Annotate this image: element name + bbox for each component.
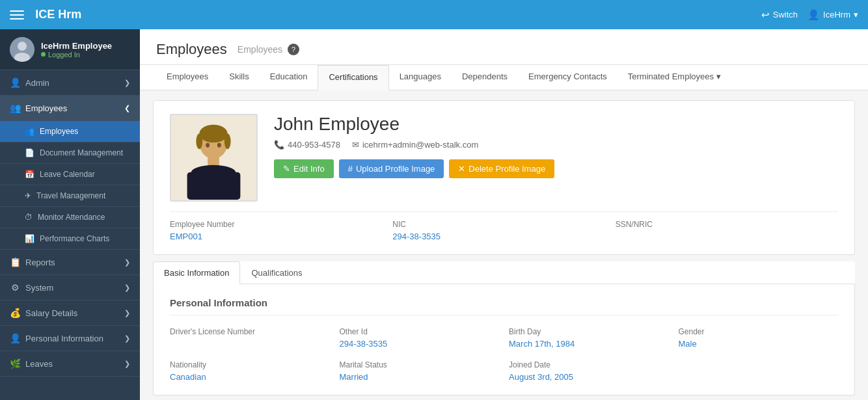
sidebar-submenu-leave-calendar[interactable]: 📅 Leave Calendar bbox=[0, 164, 140, 185]
sidebar-item-personal-information[interactable]: 👤 Personal Information ❯ bbox=[0, 326, 140, 351]
email-contact: ✉ icehrm+admin@web-stalk.com bbox=[352, 140, 478, 150]
profile-info: John Employee 📞 440-953-4578 ✉ icehrm+ad… bbox=[274, 114, 554, 178]
attendance-icon: ⏱ bbox=[25, 213, 33, 222]
sidebar-submenu-monitor-attendance[interactable]: ⏱ Monitor Attendance bbox=[0, 207, 140, 228]
employee-name: John Employee bbox=[274, 114, 554, 135]
svg-point-6 bbox=[196, 134, 202, 150]
tab-certifications[interactable]: Certifications bbox=[318, 65, 388, 90]
sidebar-item-reports[interactable]: 📋 Reports ❯ bbox=[0, 250, 140, 275]
user-menu[interactable]: 👤 IceHrm ▾ bbox=[807, 9, 858, 21]
tab-skills[interactable]: Skills bbox=[219, 65, 259, 90]
svg-point-11 bbox=[206, 143, 210, 148]
breadcrumb[interactable]: Employees bbox=[237, 44, 282, 55]
other-id-field: Other Id 294-38-3535 bbox=[340, 327, 500, 349]
hamburger-menu[interactable] bbox=[10, 10, 24, 20]
calendar-icon: 📅 bbox=[25, 170, 34, 179]
sidebar-user-info: IceHrm Employee Logged In bbox=[41, 41, 112, 59]
sidebar-submenu-document-management[interactable]: 📄 Document Management bbox=[0, 142, 140, 164]
profile-section: John Employee 📞 440-953-4578 ✉ icehrm+ad… bbox=[153, 100, 855, 255]
admin-icon: 👤 bbox=[10, 77, 20, 88]
upload-profile-image-button[interactable]: # Upload Profile Image bbox=[339, 159, 444, 178]
sub-tab-basic-information[interactable]: Basic Information bbox=[153, 261, 240, 284]
sidebar-item-salary-details[interactable]: 💰 Salary Details ❯ bbox=[0, 300, 140, 326]
chevron-icon: ❯ bbox=[124, 309, 130, 317]
personal-info-heading: Personal Information bbox=[170, 297, 838, 315]
status-dot bbox=[41, 52, 46, 57]
button-actions: ✎ Edit Info # Upload Profile Image ✕ Del… bbox=[274, 159, 554, 178]
system-icon: ⚙ bbox=[10, 282, 20, 293]
ssn-field: SSN/NRIC bbox=[616, 220, 838, 241]
tab-education[interactable]: Education bbox=[260, 65, 318, 90]
profile-contact: 📞 440-953-4578 ✉ icehrm+admin@web-stalk.… bbox=[274, 140, 554, 150]
personal-info-grid: Driver's License Number Other Id 294-38-… bbox=[170, 327, 838, 382]
help-icon[interactable]: ? bbox=[288, 44, 299, 55]
dropdown-icon: ▾ bbox=[854, 10, 858, 20]
sub-tab-qualifications[interactable]: Qualifications bbox=[240, 261, 313, 284]
chevron-icon: ❯ bbox=[124, 334, 130, 343]
sidebar-item-leaves[interactable]: 🌿 Leaves ❯ bbox=[0, 351, 140, 377]
travel-icon: ✈ bbox=[25, 191, 31, 200]
employee-number-field: Employee Number EMP001 bbox=[170, 220, 392, 241]
content-area: Employees Employees ? Employees Skills E… bbox=[140, 29, 868, 400]
main-layout: IceHrm Employee Logged In 👤 Admin ❯ 👥 Em… bbox=[0, 29, 868, 400]
delete-icon: ✕ bbox=[458, 164, 465, 174]
marital-status-field: Marital Status Married bbox=[340, 360, 500, 382]
sidebar-submenu-employees[interactable]: 👥 Employees bbox=[0, 121, 140, 142]
leaves-icon: 🌿 bbox=[10, 358, 20, 369]
dropdown-chevron: ▾ bbox=[716, 72, 721, 81]
sub-tabs-bar: Basic Information Qualifications bbox=[153, 261, 855, 284]
personal-icon: 👤 bbox=[10, 333, 20, 343]
salary-icon: 💰 bbox=[10, 308, 20, 318]
edit-icon: ✎ bbox=[283, 164, 290, 174]
chevron-icon: ❯ bbox=[124, 79, 130, 87]
phone-icon: 📞 bbox=[274, 140, 284, 150]
chevron-icon: ❮ bbox=[124, 104, 130, 113]
sidebar-user-section: IceHrm Employee Logged In bbox=[0, 29, 140, 70]
sidebar-item-system[interactable]: ⚙ System ❯ bbox=[0, 275, 140, 300]
employees-sub-icon: 👥 bbox=[25, 127, 34, 136]
gender-field: Gender Male bbox=[679, 327, 839, 349]
personal-information-section: Personal Information Driver's License Nu… bbox=[153, 284, 855, 395]
profile-top: John Employee 📞 440-953-4578 ✉ icehrm+ad… bbox=[170, 114, 838, 202]
navbar: ICE Hrm ↩ Switch 👤 IceHrm ▾ bbox=[0, 0, 868, 29]
employees-icon: 👥 bbox=[10, 103, 20, 113]
sidebar-submenu-performance-charts[interactable]: 📊 Performance Charts bbox=[0, 228, 140, 250]
email-icon: ✉ bbox=[352, 140, 359, 150]
upload-icon: # bbox=[348, 164, 353, 174]
page-title: Employees bbox=[156, 41, 227, 58]
switch-link[interactable]: ↩ Switch bbox=[761, 9, 798, 21]
drivers-license-field: Driver's License Number bbox=[170, 327, 330, 349]
avatar bbox=[10, 37, 34, 62]
sidebar: IceHrm Employee Logged In 👤 Admin ❯ 👥 Em… bbox=[0, 29, 140, 400]
tab-terminated-employees[interactable]: Terminated Employees ▾ bbox=[617, 65, 731, 90]
switch-icon: ↩ bbox=[761, 9, 770, 21]
svg-point-10 bbox=[191, 165, 236, 181]
tab-emergency-contacts[interactable]: Emergency Contacts bbox=[518, 65, 617, 90]
user-icon: 👤 bbox=[807, 9, 820, 21]
sidebar-item-employees[interactable]: 👥 Employees ❮ bbox=[0, 96, 140, 121]
svg-point-12 bbox=[217, 143, 221, 148]
app-title: ICE Hrm bbox=[35, 8, 81, 21]
sidebar-submenu-travel-management[interactable]: ✈ Travel Management bbox=[0, 185, 140, 207]
navbar-right: ↩ Switch 👤 IceHrm ▾ bbox=[761, 9, 858, 21]
user-status: Logged In bbox=[41, 51, 112, 59]
delete-profile-image-button[interactable]: ✕ Delete Profile Image bbox=[449, 159, 554, 178]
svg-point-5 bbox=[199, 125, 227, 143]
navbar-left: ICE Hrm bbox=[10, 8, 81, 21]
joined-date-field: Joined Date August 3rd, 2005 bbox=[509, 360, 669, 382]
tab-dependents[interactable]: Dependents bbox=[452, 65, 518, 90]
nationality-field: Nationality Canadian bbox=[170, 360, 330, 382]
tab-employees[interactable]: Employees bbox=[156, 65, 219, 90]
fields-row: Employee Number EMP001 NIC 294-38-3535 S… bbox=[170, 211, 838, 241]
tab-languages[interactable]: Languages bbox=[389, 65, 452, 90]
performance-icon: 📊 bbox=[25, 234, 34, 243]
svg-point-1 bbox=[18, 42, 27, 51]
chevron-icon: ❯ bbox=[124, 258, 130, 267]
birthday-field: Birth Day March 17th, 1984 bbox=[509, 327, 669, 349]
page-header: Employees Employees ? bbox=[140, 29, 868, 65]
chevron-icon: ❯ bbox=[124, 284, 130, 292]
edit-info-button[interactable]: ✎ Edit Info bbox=[274, 159, 334, 178]
sidebar-item-admin[interactable]: 👤 Admin ❯ bbox=[0, 70, 140, 96]
svg-point-7 bbox=[224, 134, 231, 150]
profile-avatar bbox=[170, 114, 258, 202]
